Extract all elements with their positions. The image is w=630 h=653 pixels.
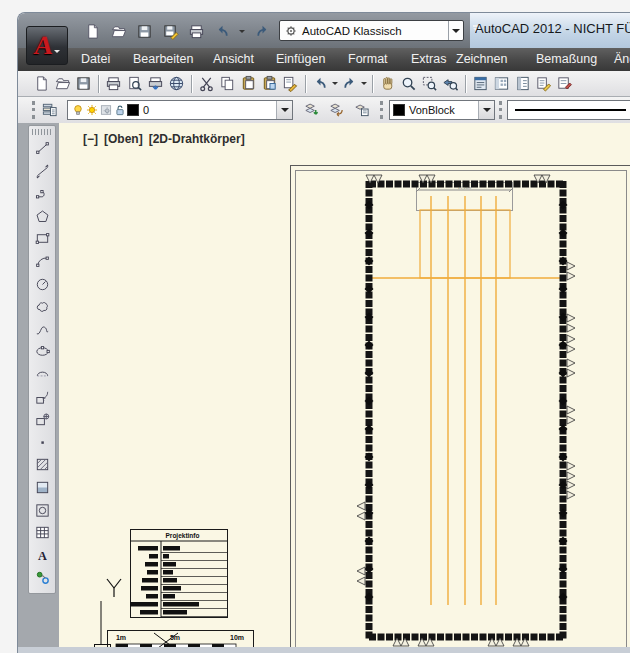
redo-dropdown-arrow[interactable] [360,79,368,88]
workspace-dropdown[interactable]: AutoCAD Klassisch [279,20,464,41]
divide-button[interactable] [32,567,53,588]
toolbar-drag-handle[interactable] [32,129,52,135]
workspace-dropdown-arrow[interactable] [448,21,463,40]
color-dropdown-arrow[interactable] [478,101,494,119]
color-dropdown[interactable]: VonBlock [389,100,495,120]
arc-button[interactable] [32,251,53,272]
publish-button[interactable] [145,73,166,94]
zoom-window-button[interactable] [419,73,440,94]
bulb-icon [71,103,85,117]
layer-properties-manager-button[interactable] [39,99,60,120]
window-title: AutoCAD 2012 - NICHT FÜR D [475,21,630,36]
ellipse-button[interactable] [32,341,53,362]
pan-icon [379,75,396,92]
zoom-realtime-button[interactable] [398,73,419,94]
ellipse-arc-button[interactable] [32,364,53,385]
tool-palettes-button[interactable] [512,73,533,94]
toolbar-grip[interactable] [499,101,505,119]
circle-button[interactable] [32,274,53,295]
status-strip [18,647,630,653]
properties-palette-button[interactable] [470,73,491,94]
title-bar[interactable]: AutoCAD Klassisch AutoCAD 2012 - NICHT F… [18,13,630,48]
unlock-icon [113,103,127,117]
pan-button[interactable] [377,73,398,94]
paste-icon [240,75,257,92]
application-menu-button[interactable]: A [26,26,68,65]
d_region-icon [34,502,51,519]
autocad-window: AutoCAD Klassisch AutoCAD 2012 - NICHT F… [17,12,630,653]
make-layer-current-button[interactable] [301,99,322,120]
redo-button[interactable] [339,73,360,94]
copy-button[interactable] [217,73,238,94]
linetype-dropdown[interactable] [507,100,630,120]
d_mblock-icon [34,411,51,428]
qat-open-button[interactable] [108,21,128,41]
layer-states-button[interactable] [351,99,372,120]
workspace-label: AutoCAD Klassisch [302,25,448,37]
undo-button[interactable] [310,73,331,94]
polyline-button[interactable] [32,183,53,204]
drawing-area[interactable]: [−] [Oben] [2D-Drahtkörper] 15,26mProjek… [59,123,630,647]
printer-icon [105,75,122,92]
point-button[interactable] [32,432,53,453]
zoom-previous-button[interactable] [440,73,461,94]
menu-ändern[interactable]: Ändern [614,52,630,66]
rectangle-button[interactable] [32,228,53,249]
qat-undo-dropdown-arrow[interactable] [238,27,246,36]
paste-button[interactable] [238,73,259,94]
publish-icon [147,75,164,92]
qat-new-button[interactable] [82,21,102,41]
construction-line-button[interactable] [32,161,53,182]
toolbar-grip[interactable] [32,101,38,119]
open-button[interactable] [52,73,73,94]
revision-cloud-button[interactable] [32,296,53,317]
plot-button[interactable] [103,73,124,94]
linetype-sample [515,109,626,111]
menu-bearbeiten[interactable]: Bearbeiten [133,52,193,66]
undo-icon [312,75,329,92]
menu-zeichnen[interactable]: Zeichnen [456,52,507,66]
layer-dropdown[interactable]: 0 [67,100,293,120]
qat-saveas-button[interactable] [160,21,180,41]
menu-einfügen[interactable]: Einfügen [276,52,325,66]
toolbar-grip[interactable] [380,101,386,119]
sheet-set-manager-button[interactable] [533,73,554,94]
menu-bemaßung[interactable]: Bemaßung [536,52,597,66]
qat-redo-button[interactable] [252,21,272,41]
save-button[interactable] [73,73,94,94]
hatch-button[interactable] [32,454,53,475]
qat-plot-button[interactable] [186,21,206,41]
region-button[interactable] [32,500,53,521]
3d-dwf-button[interactable] [166,73,187,94]
d_mtext-icon: A [34,547,51,564]
menu-ansicht[interactable]: Ansicht [213,52,254,66]
polygon-button[interactable] [32,206,53,227]
spline-button[interactable] [32,319,53,340]
qat-undo-button[interactable] [212,21,232,41]
insert-block-button[interactable] [32,387,53,408]
gradient-button[interactable] [32,477,53,498]
multiline-text-button[interactable]: A [32,545,53,566]
markup-set-manager-button[interactable] [554,73,575,94]
table-button[interactable] [32,522,53,543]
qat-save-button[interactable] [134,21,154,41]
paste-special-button[interactable] [259,73,280,94]
new-button[interactable] [31,73,52,94]
menu-datei[interactable]: Datei [81,52,110,66]
match-properties-button[interactable] [280,73,301,94]
toolbar-separator [465,75,466,93]
d_table-icon [34,524,51,541]
line-button[interactable] [32,138,53,159]
d_spline-icon [34,321,51,338]
menu-format[interactable]: Format [348,52,388,66]
layer-previous-button[interactable] [326,99,347,120]
undo-dropdown-arrow[interactable] [331,79,339,88]
plot-preview-button[interactable] [124,73,145,94]
layer-dropdown-arrow[interactable] [276,101,292,119]
cut-button[interactable] [196,73,217,94]
designcenter-button[interactable] [491,73,512,94]
toolbar-separator [305,75,306,93]
menu-extras[interactable]: Extras [411,52,446,66]
layerprev-icon [328,101,345,118]
make-block-button[interactable] [32,409,53,430]
